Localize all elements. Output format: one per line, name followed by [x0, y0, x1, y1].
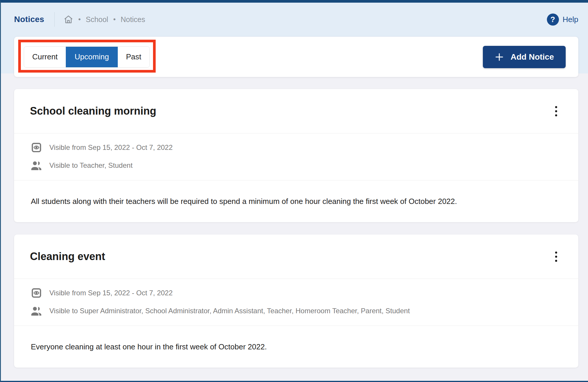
add-notice-button[interactable]: Add Notice: [483, 46, 566, 68]
visible-to-row: Visible to Teacher, Student: [30, 159, 562, 172]
help-label: Help: [563, 15, 578, 24]
kebab-icon: [555, 106, 557, 116]
notice-menu-button[interactable]: [549, 250, 563, 263]
tab-current[interactable]: Current: [24, 47, 66, 67]
visible-to-text: Visible to Super Administrator, School A…: [49, 307, 410, 315]
breadcrumb-home[interactable]: [63, 14, 73, 24]
breadcrumb-item-notices: Notices: [121, 15, 145, 24]
visible-from-text: Visible from Sep 15, 2022 - Oct 7, 2022: [49, 289, 173, 297]
visible-to-text: Visible to Teacher, Student: [49, 161, 132, 170]
visible-from-text: Visible from Sep 15, 2022 - Oct 7, 2022: [49, 143, 173, 152]
breadcrumb: • School • Notices: [63, 14, 145, 24]
visibility-schedule-icon: [30, 141, 43, 154]
visibility-schedule-icon: [30, 286, 43, 299]
header-divider: [54, 12, 55, 27]
notice-period-tabs: Current Upcoming Past: [24, 46, 150, 68]
breadcrumb-separator: •: [78, 16, 81, 23]
notice-card: Cleaning event Visible from Sep 15, 2022…: [14, 234, 578, 368]
people-group-icon: [30, 304, 43, 317]
question-icon: ?: [547, 14, 559, 26]
add-notice-label: Add Notice: [510, 52, 554, 62]
visible-from-row: Visible from Sep 15, 2022 - Oct 7, 2022: [30, 141, 562, 154]
notice-body: Everyone cleaning at least one hour in t…: [14, 326, 578, 368]
notice-menu-button[interactable]: [549, 104, 563, 118]
home-icon: [63, 14, 73, 24]
tab-past[interactable]: Past: [118, 47, 149, 67]
notice-title: Cleaning event: [30, 250, 105, 263]
kebab-icon: [555, 252, 557, 262]
breadcrumb-separator: •: [113, 16, 115, 23]
notice-body: All students along with their teachers w…: [14, 180, 578, 222]
visible-to-row: Visible to Super Administrator, School A…: [30, 304, 562, 317]
people-group-icon: [30, 159, 43, 172]
visible-from-row: Visible from Sep 15, 2022 - Oct 7, 2022: [30, 286, 562, 299]
plus-icon: [495, 52, 504, 62]
help-button[interactable]: ? Help: [547, 14, 578, 26]
tab-upcoming[interactable]: Upcoming: [66, 47, 118, 67]
main-content: Current Upcoming Past Add Notice School …: [1, 37, 588, 368]
page-title: Notices: [14, 15, 44, 24]
notice-title: School cleaning morning: [30, 105, 156, 117]
notice-card: School cleaning morning Visible from Sep…: [14, 89, 578, 222]
notices-toolbar: Current Upcoming Past Add Notice: [14, 37, 578, 77]
breadcrumb-item-school[interactable]: School: [86, 15, 108, 24]
